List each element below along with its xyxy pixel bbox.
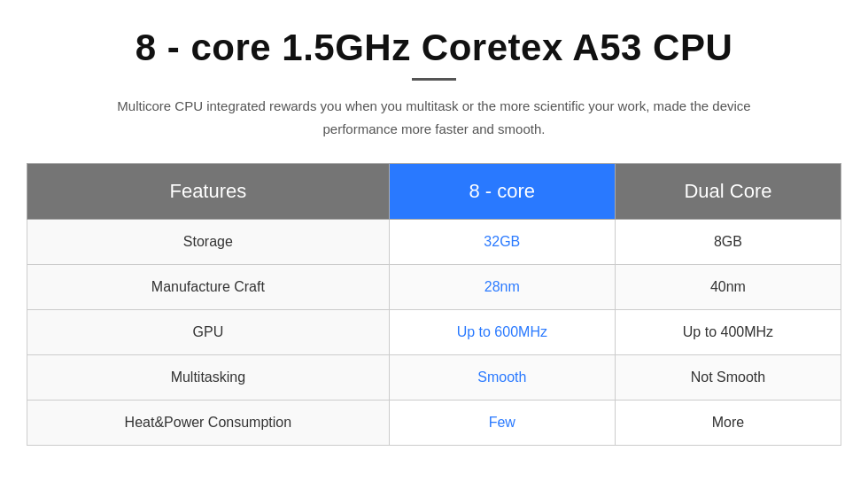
table-row: GPUUp to 600MHzUp to 400MHz <box>27 310 841 355</box>
feature-label: Storage <box>27 220 390 265</box>
table-row: Heat&Power ConsumptionFewMore <box>27 401 841 446</box>
feature-label: Manufacture Craft <box>27 265 390 310</box>
page-title: 8 - core 1.5GHz Coretex A53 CPU <box>136 27 733 69</box>
col1-value: Few <box>389 401 615 446</box>
header-col1: 8 - core <box>389 164 615 220</box>
col1-value: Smooth <box>389 355 615 401</box>
table-row: Storage32GB8GB <box>27 220 841 265</box>
col1-value: 32GB <box>389 220 615 265</box>
header-col2: Dual Core <box>615 164 841 220</box>
header-features: Features <box>27 164 390 220</box>
col2-value: 40nm <box>615 265 841 310</box>
feature-label: GPU <box>27 310 390 355</box>
comparison-table: Features 8 - core Dual Core Storage32GB8… <box>27 163 841 446</box>
table-row: MultitaskingSmoothNot Smooth <box>27 355 841 401</box>
feature-label: Heat&Power Consumption <box>27 401 390 446</box>
table-row: Manufacture Craft28nm40nm <box>27 265 841 310</box>
col2-value: More <box>615 401 841 446</box>
col2-value: 8GB <box>615 220 841 265</box>
col2-value: Up to 400MHz <box>615 310 841 355</box>
col2-value: Not Smooth <box>615 355 841 401</box>
feature-label: Multitasking <box>27 355 390 401</box>
table-header-row: Features 8 - core Dual Core <box>27 164 841 220</box>
col1-value: Up to 600MHz <box>389 310 615 355</box>
title-divider <box>412 78 456 81</box>
subtitle-text: Multicore CPU integrated rewards you whe… <box>80 95 788 140</box>
col1-value: 28nm <box>389 265 615 310</box>
